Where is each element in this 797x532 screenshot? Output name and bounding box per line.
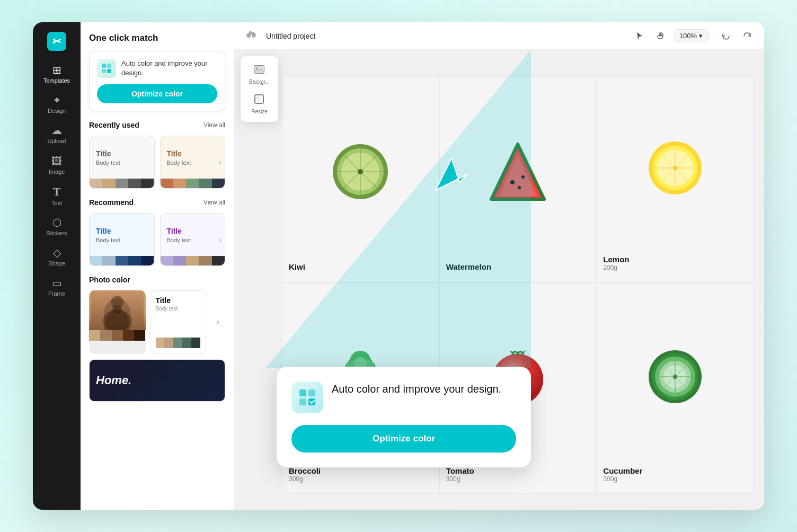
big-tooltip-text: Auto color and improve your design. bbox=[332, 382, 501, 396]
photo-color-header: Photo color bbox=[89, 276, 225, 284]
recently-used-arrow: › bbox=[219, 158, 222, 166]
optimize-color-button-large[interactable]: Optimize color bbox=[291, 425, 516, 453]
sidebar-item-upload[interactable]: ☁ Upload bbox=[36, 121, 77, 149]
zoom-selector[interactable]: 100% ▾ bbox=[674, 29, 709, 42]
photo-color-grid: Title Body text › bbox=[89, 290, 225, 354]
product-weight-cucumber: 300g bbox=[603, 475, 617, 483]
recently-used-view-all[interactable]: View all bbox=[203, 121, 225, 129]
recommend-card-1[interactable]: Title Body text bbox=[89, 213, 155, 266]
match-card-text: Auto color and improve your design. bbox=[121, 59, 217, 78]
sidebar-item-frame[interactable]: ▭ Frame bbox=[36, 273, 77, 302]
match-card-header: Auto color and improve your design. bbox=[97, 59, 217, 78]
sidebar-item-shape[interactable]: ◇ Shape bbox=[36, 243, 77, 271]
sidebar-label-shape: Shape bbox=[48, 260, 65, 267]
sidebar-label-upload: Upload bbox=[48, 138, 66, 145]
photo-person-colors bbox=[89, 330, 146, 341]
recommend-card-2[interactable]: Title Body text › bbox=[160, 213, 226, 266]
rec-card2-body: Body text bbox=[167, 237, 219, 243]
svg-point-22 bbox=[358, 169, 363, 174]
cloud-icon[interactable] bbox=[243, 28, 260, 45]
panel-title: One click match bbox=[89, 33, 225, 43]
svg-rect-4 bbox=[102, 69, 106, 73]
svg-rect-58 bbox=[299, 389, 306, 396]
product-name-broccoli: Broccoli bbox=[289, 466, 321, 475]
undo-button[interactable] bbox=[718, 28, 734, 45]
shape-icon: ◇ bbox=[53, 247, 61, 258]
recently-used-header: Recently used View all bbox=[89, 121, 225, 129]
card2-colors bbox=[161, 179, 225, 188]
card2-body: Body text bbox=[167, 159, 219, 166]
product-card-watermelon[interactable]: Watermelon bbox=[439, 76, 597, 282]
product-card-lemon[interactable]: Lemon 200g bbox=[596, 76, 754, 282]
recommend-title: Recommend bbox=[89, 198, 134, 207]
product-name-cucumber: Cucumber bbox=[603, 466, 642, 475]
svg-point-7 bbox=[111, 296, 123, 308]
product-name-tomato: Tomato bbox=[446, 466, 474, 475]
svg-text:✂: ✂ bbox=[52, 36, 61, 47]
float-tools-panel: Backgr... Resize bbox=[241, 56, 278, 122]
one-click-match-card: Auto color and improve your design. Opti… bbox=[89, 51, 225, 111]
rec-card2-colors bbox=[161, 256, 225, 265]
rec-card2-title: Title bbox=[167, 227, 219, 235]
sidebar-item-stickers[interactable]: ⬡ Stickers bbox=[36, 213, 77, 241]
big-tooltip-header: Auto color and improve your design. bbox=[291, 382, 516, 413]
svg-point-27 bbox=[521, 175, 525, 179]
big-tooltip-icon bbox=[291, 382, 323, 413]
text-icon: T bbox=[53, 186, 61, 198]
sidebar-item-design[interactable]: ✦ Design bbox=[36, 91, 77, 119]
svg-rect-60 bbox=[299, 398, 306, 405]
svg-point-28 bbox=[518, 186, 521, 189]
svg-rect-61 bbox=[308, 398, 315, 405]
sidebar-item-image[interactable]: 🖼 Image bbox=[36, 152, 77, 180]
left-panel: One click match Auto color and improve y… bbox=[81, 22, 234, 510]
photo-color-arrow[interactable]: › bbox=[210, 290, 225, 354]
product-card-cucumber[interactable]: Cucumber 300g bbox=[596, 282, 754, 494]
product-card-kiwi[interactable]: Kiwi bbox=[282, 76, 439, 282]
big-tooltip: Auto color and improve your design. Opti… bbox=[277, 367, 531, 467]
sidebar-label-text: Text bbox=[51, 200, 62, 207]
svg-rect-3 bbox=[107, 64, 111, 68]
home-card[interactable]: Home. bbox=[89, 359, 225, 402]
resize-tool[interactable]: Resize bbox=[245, 90, 274, 118]
sidebar: ✂ ⊞ Templates ✦ Design ☁ Upload 🖼 Image … bbox=[33, 22, 81, 510]
optimize-color-button-small[interactable]: Optimize color bbox=[97, 84, 217, 103]
design-icon: ✦ bbox=[52, 95, 61, 105]
background-icon bbox=[253, 64, 265, 78]
sidebar-item-text[interactable]: T Text bbox=[36, 182, 77, 211]
svg-rect-12 bbox=[254, 66, 264, 73]
app-logo[interactable]: ✂ bbox=[46, 31, 67, 52]
hand-tool-button[interactable] bbox=[652, 28, 669, 45]
stickers-icon: ⬡ bbox=[52, 217, 61, 228]
recently-used-card-2[interactable]: Title Body text › bbox=[160, 136, 226, 189]
background-tool-label: Backgr... bbox=[249, 79, 270, 85]
canvas-area: Backgr... Resize bbox=[234, 50, 764, 510]
templates-icon: ⊞ bbox=[52, 65, 61, 75]
recommend-header: Recommend View all bbox=[89, 198, 225, 207]
recommend-grid: Title Body text Title Body text bbox=[89, 213, 225, 266]
main-area: Untitled project 100% ▾ bbox=[234, 22, 764, 510]
cucumber-image bbox=[603, 291, 747, 462]
recommend-view-all[interactable]: View all bbox=[203, 199, 225, 206]
redo-button[interactable] bbox=[739, 28, 756, 45]
photo-card-colors bbox=[156, 338, 201, 348]
recently-used-card-1[interactable]: Title Body text bbox=[89, 136, 155, 189]
sidebar-label-frame: Frame bbox=[48, 290, 65, 297]
background-tool[interactable]: Backgr... bbox=[245, 60, 274, 88]
svg-rect-2 bbox=[102, 64, 106, 68]
toolbar: Untitled project 100% ▾ bbox=[234, 22, 764, 50]
home-card-title: Home. bbox=[96, 374, 131, 387]
toolbar-divider bbox=[713, 30, 713, 42]
lemon-image bbox=[603, 85, 747, 251]
recommend-arrow: › bbox=[219, 235, 222, 244]
image-icon: 🖼 bbox=[51, 156, 62, 166]
product-weight-tomato: 300g bbox=[446, 475, 461, 483]
card1-body: Body text bbox=[96, 159, 148, 166]
card1-colors bbox=[90, 179, 154, 188]
sidebar-label-image: Image bbox=[49, 169, 65, 175]
photo-card-person[interactable] bbox=[89, 290, 146, 354]
svg-point-26 bbox=[510, 180, 515, 184]
cursor-tool-button[interactable] bbox=[631, 28, 648, 45]
photo-title-card[interactable]: Title Body text bbox=[150, 290, 207, 354]
sidebar-item-templates[interactable]: ⊞ Templates bbox=[36, 60, 77, 88]
svg-point-8 bbox=[105, 308, 129, 330]
